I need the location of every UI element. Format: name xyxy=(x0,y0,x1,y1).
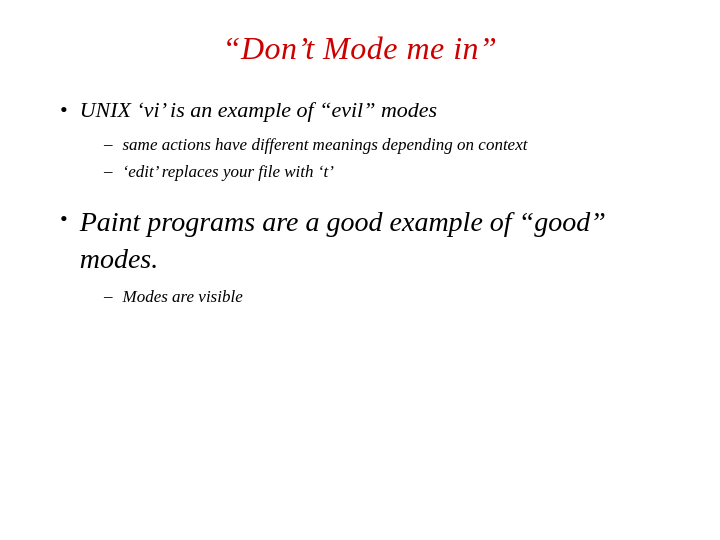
sub-bullet-1-2: – ‘edit’ replaces your file with ‘t’ xyxy=(104,160,660,184)
sub-dash-1-1: – xyxy=(104,134,113,154)
slide-container: “Don’t Mode me in” • UNIX ‘vi’ is an exa… xyxy=(0,0,720,540)
sub-dash-2-1: – xyxy=(104,286,113,306)
bullet-text-2: Paint programs are a good example of “go… xyxy=(80,204,660,277)
sub-bullet-2-1: – Modes are visible xyxy=(104,285,660,309)
bullet-main-1: • UNIX ‘vi’ is an example of “evil” mode… xyxy=(60,95,660,125)
sub-bullets-1: – same actions have different meanings d… xyxy=(104,133,660,185)
bullet-text-1: UNIX ‘vi’ is an example of “evil” modes xyxy=(80,95,437,125)
bullet-section-2: • Paint programs are a good example of “… xyxy=(60,204,660,313)
bullet-dot-2: • xyxy=(60,206,68,232)
bullet-main-2: • Paint programs are a good example of “… xyxy=(60,204,660,277)
sub-bullet-text-1-1: same actions have different meanings dep… xyxy=(123,133,528,157)
bullet-section-1: • UNIX ‘vi’ is an example of “evil” mode… xyxy=(60,95,660,188)
sub-bullet-1-1: – same actions have different meanings d… xyxy=(104,133,660,157)
sub-bullet-text-2-1: Modes are visible xyxy=(123,285,243,309)
sub-dash-1-2: – xyxy=(104,161,113,181)
slide-title: “Don’t Mode me in” xyxy=(60,30,660,67)
sub-bullets-2: – Modes are visible xyxy=(104,285,660,309)
sub-bullet-text-1-2: ‘edit’ replaces your file with ‘t’ xyxy=(123,160,334,184)
bullet-dot-1: • xyxy=(60,97,68,123)
